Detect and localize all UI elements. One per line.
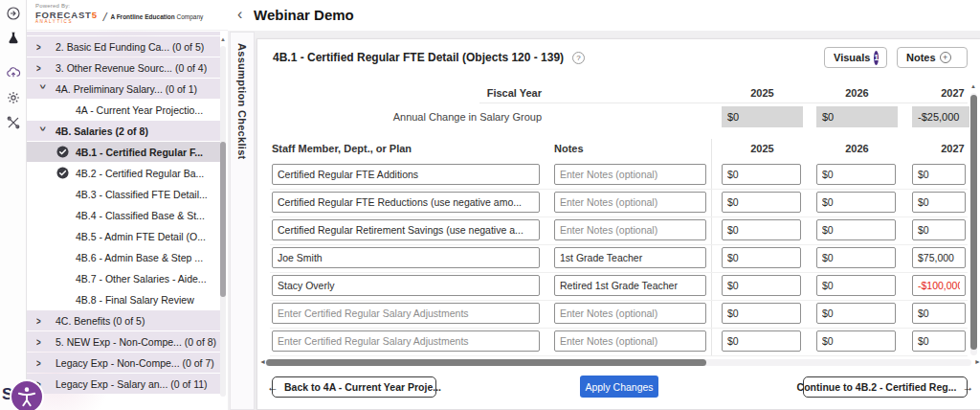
vscroll-up-icon[interactable]: ▲: [970, 83, 976, 89]
apply-changes-label: Apply Changes: [585, 381, 653, 393]
staff-name-input[interactable]: [272, 303, 540, 324]
row-divider: [270, 189, 968, 190]
flask-icon[interactable]: [5, 30, 22, 47]
sidebar-item[interactable]: >2. Basic Ed Funding Ca... (0 of 5): [27, 36, 220, 57]
amount-input-2026[interactable]: [816, 330, 896, 352]
row-divider: [270, 355, 968, 356]
back-chevron-icon[interactable]: ‹: [237, 6, 242, 23]
settings-gear-icon[interactable]: [5, 89, 22, 106]
notes-input[interactable]: [554, 303, 706, 324]
notes-input[interactable]: [554, 275, 706, 296]
visuals-count-badge: 1: [874, 51, 879, 65]
sidebar-scrollbar[interactable]: [220, 46, 226, 397]
amount-input-2026[interactable]: [816, 219, 896, 240]
tools-icon[interactable]: [5, 114, 22, 131]
sidebar-nav: >2. Basic Ed Funding Ca... (0 of 5)>3. O…: [27, 32, 220, 395]
row-divider: [270, 216, 968, 217]
amount-input-2026[interactable]: [816, 303, 896, 324]
sidebar-header: Powered By: FORECAST5 ANALYTICS / A Fron…: [27, 0, 228, 31]
staff-name-input[interactable]: [272, 192, 540, 213]
amount-input-2025[interactable]: [722, 330, 801, 352]
amount-input-2027[interactable]: [912, 192, 966, 213]
row-divider: [270, 244, 968, 245]
amount-input-2027[interactable]: [912, 164, 966, 185]
amount-input-2026[interactable]: [816, 164, 896, 185]
staff-name-input[interactable]: [272, 275, 540, 296]
sidebar-item[interactable]: >4C. Benefits (0 of 5): [27, 310, 220, 330]
amount-input-2025[interactable]: [722, 164, 801, 185]
powered-by-label: Powered By:: [35, 3, 228, 9]
amount-input-2025[interactable]: [722, 247, 801, 268]
sidebar-item-label: 4B.7 - Other Salaries - Aide...: [76, 273, 207, 285]
amount-input-2027[interactable]: [912, 303, 966, 324]
horizontal-scrollbar-thumb[interactable]: [266, 359, 706, 366]
accessibility-widget-button[interactable]: [10, 379, 44, 410]
back-button[interactable]: ← Back to 4A - Current Year Proje...: [272, 376, 436, 398]
amount-input-2026[interactable]: [816, 192, 896, 213]
visuals-button[interactable]: Visuals 1: [824, 47, 887, 68]
vertical-scrollbar-thumb[interactable]: [970, 95, 977, 350]
sidebar-item[interactable]: 4A - Current Year Projectio...: [27, 100, 220, 120]
sidebar-item[interactable]: >4B. Salaries (2 of 8): [27, 121, 220, 141]
row-divider: [270, 328, 968, 329]
cloud-upload-icon[interactable]: [5, 64, 22, 81]
horizontal-scrollbar[interactable]: [265, 359, 971, 366]
sidebar-item[interactable]: >4A. Preliminary Salary... (0 of 1): [27, 79, 220, 99]
staff-name-input[interactable]: [272, 164, 540, 185]
staff-column-header: Staff Member, Dept., or Plan: [272, 143, 412, 154]
staff-name-input[interactable]: [272, 330, 540, 352]
amount-input-2027[interactable]: [912, 330, 966, 352]
brand-company-rest: Company: [175, 13, 204, 20]
amount-input-2026[interactable]: [816, 275, 896, 296]
sidebar-item[interactable]: >Legacy Exp - Salary an... (0 of 11): [27, 374, 220, 394]
notes-input[interactable]: [554, 192, 706, 213]
sidebar-item[interactable]: >5. NEW Exp - Non-Compe... (0 of 8): [27, 331, 220, 352]
amount-input-2025[interactable]: [722, 303, 801, 324]
visuals-label: Visuals: [834, 52, 870, 63]
page-title: Webinar Demo: [254, 7, 354, 23]
apply-changes-button[interactable]: Apply Changes: [580, 376, 658, 398]
sidebar-item[interactable]: 4B.5 - Admin FTE Detail (O...: [27, 226, 220, 246]
assumption-checklist-tab[interactable]: Assumption Checklist: [230, 32, 255, 410]
amount-input-2027[interactable]: [912, 219, 966, 240]
sidebar: Powered By: FORECAST5 ANALYTICS / A Fron…: [27, 0, 228, 410]
notes-button[interactable]: Notes +: [897, 47, 968, 68]
sidebar-item[interactable]: 4B.6 - Admin Base & Step ...: [27, 247, 220, 267]
sidebar-item-label: 4A - Current Year Projectio...: [76, 104, 203, 116]
amount-input-2025[interactable]: [722, 192, 801, 213]
right-arrow-icon: →: [962, 380, 973, 394]
continue-button[interactable]: Continue to 4B.2 - Certified Reg... →: [803, 376, 968, 398]
amount-input-2025[interactable]: [722, 219, 801, 240]
login-arrow-icon[interactable]: [5, 5, 22, 22]
amount-input-2026[interactable]: [816, 247, 896, 268]
vertical-scrollbar[interactable]: [970, 93, 977, 355]
amount-input-2027[interactable]: [912, 275, 966, 296]
sidebar-item[interactable]: >3. Other Revenue Sourc... (0 of 4): [27, 57, 220, 78]
hscroll-right-icon[interactable]: ►: [974, 358, 980, 365]
staff-name-input[interactable]: [272, 247, 540, 268]
sidebar-item[interactable]: 4B.8 - Final Salary Review: [27, 289, 220, 309]
sidebar-scroll-up-icon[interactable]: ▲: [220, 36, 226, 42]
sidebar-item[interactable]: 4B.1 - Certified Regular F...: [27, 142, 220, 162]
chevron-down-icon: >: [36, 126, 49, 136]
continue-button-label: Continue to 4B.2 - Certified Reg...: [797, 381, 957, 393]
staff-name-input[interactable]: [272, 219, 540, 240]
sidebar-item[interactable]: 4B.3 - Classified FTE Detail...: [27, 184, 220, 204]
notes-column-header: Notes: [554, 143, 584, 154]
amount-input-2027[interactable]: [912, 247, 966, 268]
amount-input-2025[interactable]: [722, 275, 801, 296]
sidebar-item[interactable]: >Legacy Exp - Non-Compe... (0 of 7): [27, 353, 220, 373]
notes-input[interactable]: [554, 219, 706, 240]
notes-input[interactable]: [554, 247, 706, 268]
sidebar-item[interactable]: 4B.7 - Other Salaries - Aide...: [27, 268, 220, 288]
notes-input[interactable]: [554, 330, 706, 352]
sidebar-item[interactable]: 4B.4 - Classified Base & St...: [27, 205, 220, 225]
notes-input[interactable]: [554, 164, 706, 185]
annual-change-value: -$25,000: [912, 106, 969, 127]
sidebar-item-label: 4B.4 - Classified Base & St...: [76, 210, 205, 221]
sidebar-item[interactable]: 4B.2 - Certified Regular Ba...: [27, 163, 220, 183]
sidebar-item-label: 4B.2 - Certified Regular Ba...: [76, 168, 204, 179]
row-divider: [270, 300, 968, 301]
sidebar-scrollbar-thumb[interactable]: [220, 142, 226, 297]
help-icon[interactable]: ?: [572, 52, 585, 64]
